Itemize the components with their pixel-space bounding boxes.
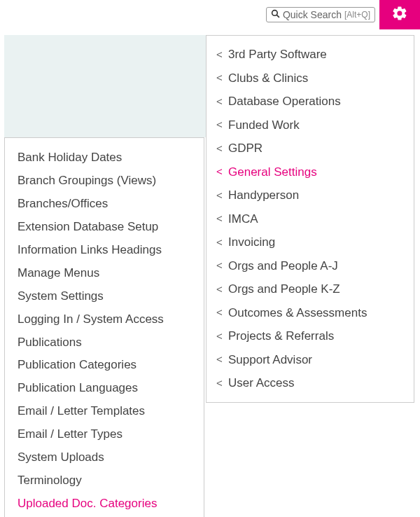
category-label: GDPR [228, 139, 262, 158]
submenu-item[interactable]: Manage Menus [5, 262, 204, 285]
category-item[interactable]: <Database Operations [206, 90, 414, 113]
category-item[interactable]: <User Access [206, 371, 414, 395]
category-label: Orgs and People A-J [228, 257, 338, 275]
category-item[interactable]: <General Settings [206, 160, 414, 184]
chevron-left-icon: < [216, 352, 225, 368]
submenu-item[interactable]: Publication Categories [5, 354, 204, 377]
chevron-left-icon: < [216, 211, 225, 227]
category-label: Clubs & Clinics [228, 69, 308, 88]
category-item[interactable]: <Invoicing [206, 230, 414, 254]
category-label: Handyperson [228, 186, 299, 205]
svg-point-0 [272, 11, 278, 16]
settings-button[interactable] [379, 0, 420, 29]
topbar: Quick Search [Alt+Q] [0, 0, 420, 29]
category-item[interactable]: <Projects & Referrals [206, 324, 414, 348]
chevron-left-icon: < [216, 141, 225, 157]
category-item[interactable]: <Orgs and People A-J [206, 254, 414, 278]
chevron-left-icon: < [216, 375, 225, 392]
chevron-left-icon: < [216, 282, 225, 298]
chevron-left-icon: < [216, 47, 225, 63]
submenu-item[interactable]: Bank Holiday Dates [5, 146, 204, 170]
chevron-left-icon: < [216, 329, 225, 345]
chevron-left-icon: < [216, 117, 225, 133]
submenu-item[interactable]: Logging In / System Access [5, 308, 204, 331]
category-item[interactable]: <Funded Work [206, 113, 414, 137]
search-placeholder: Quick Search [283, 9, 342, 20]
chevron-left-icon: < [216, 94, 225, 110]
chevron-left-icon: < [216, 70, 225, 86]
category-menu: <3rd Party Software<Clubs & Clinics<Data… [206, 35, 414, 403]
category-item[interactable]: <Orgs and People K-Z [206, 277, 414, 301]
svg-line-1 [276, 15, 279, 18]
submenu-item[interactable]: Publications [5, 331, 204, 354]
category-label: IMCA [228, 210, 258, 228]
chevron-left-icon: < [216, 258, 225, 274]
search-shortcut: [Alt+Q] [344, 10, 370, 20]
category-label: Invoicing [228, 233, 275, 251]
quick-search-input[interactable]: Quick Search [Alt+Q] [266, 7, 375, 22]
submenu-item[interactable]: Information Links Headings [5, 239, 204, 262]
category-label: 3rd Party Software [228, 46, 327, 64]
submenu-item[interactable]: Branches/Offices [5, 193, 204, 216]
category-item[interactable]: <Clubs & Clinics [206, 67, 414, 90]
category-item[interactable]: <GDPR [206, 137, 414, 160]
chevron-left-icon: < [216, 235, 225, 251]
category-label: Outcomes & Assessments [228, 304, 367, 322]
submenu-item[interactable]: Publication Languages [5, 377, 204, 400]
submenu: Bank Holiday DatesBranch Groupings (View… [4, 137, 204, 517]
category-item[interactable]: <3rd Party Software [206, 43, 414, 67]
category-item[interactable]: <IMCA [206, 207, 414, 231]
category-label: Orgs and People K-Z [228, 280, 340, 298]
category-label: Funded Work [228, 116, 300, 135]
chevron-left-icon: < [216, 164, 225, 180]
search-icon [271, 9, 280, 20]
submenu-item[interactable]: System Uploads [5, 446, 204, 469]
category-label: User Access [228, 374, 294, 392]
chevron-left-icon: < [216, 305, 225, 321]
submenu-item[interactable]: Branch Groupings (Views) [5, 170, 204, 193]
category-item[interactable]: <Support Advisor [206, 348, 414, 372]
submenu-item[interactable]: Terminology [5, 469, 204, 492]
submenu-item[interactable]: Email / Letter Templates [5, 400, 204, 423]
category-label: General Settings [228, 163, 317, 181]
submenu-item[interactable]: Extension Database Setup [5, 216, 204, 239]
category-item[interactable]: <Handyperson [206, 184, 414, 207]
category-item[interactable]: <Outcomes & Assessments [206, 301, 414, 325]
submenu-item[interactable]: Uploaded Doc. Categories [5, 492, 204, 516]
chevron-left-icon: < [216, 188, 225, 204]
gear-icon [391, 5, 408, 25]
category-label: Projects & Referrals [228, 327, 334, 345]
category-label: Database Operations [228, 92, 341, 111]
category-label: Support Advisor [228, 351, 312, 369]
background-fill [4, 35, 206, 137]
submenu-item[interactable]: System Settings [5, 285, 204, 308]
submenu-item[interactable]: Email / Letter Types [5, 423, 204, 446]
